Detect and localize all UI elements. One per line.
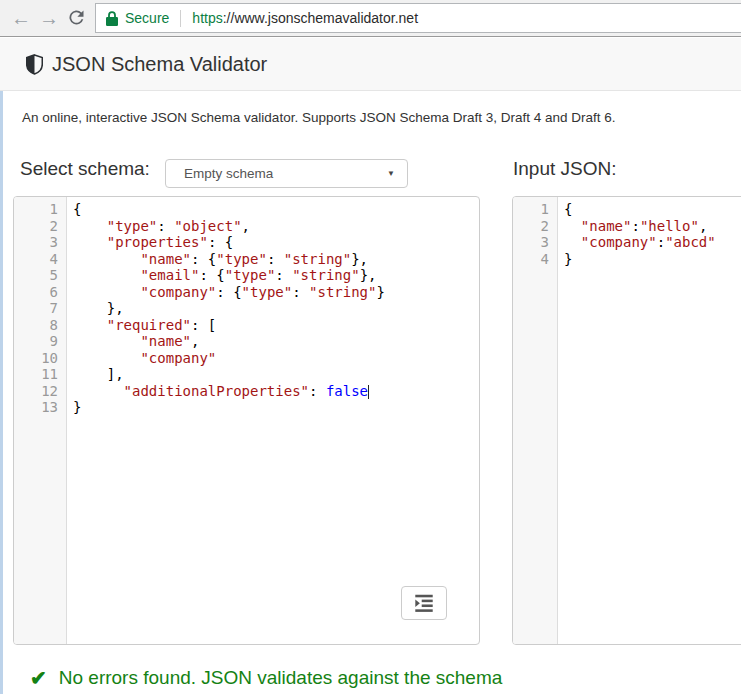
address-bar[interactable]: Secure https://www.jsonschemavalidator.n…: [95, 3, 741, 33]
url-text[interactable]: https://www.jsonschemavalidator.net: [192, 10, 418, 26]
code-text: "name":"hello",: [558, 218, 707, 235]
line-number: 11: [14, 366, 67, 383]
code-line: 1{: [14, 201, 479, 218]
code-text: "company": {"type": "string"}: [67, 284, 385, 301]
line-number: 3: [513, 234, 558, 251]
input-editor-code: 1{2 "name":"hello",3 "company":"abcd"4}: [513, 197, 741, 267]
schema-editor[interactable]: 1{2 "type": "object",3 "properties": {4 …: [13, 196, 480, 645]
line-number: 9: [14, 333, 67, 350]
line-number: 8: [14, 317, 67, 334]
line-number: 7: [14, 300, 67, 317]
code-text: "type": "object",: [67, 218, 250, 235]
line-number: 10: [14, 350, 67, 367]
validation-result: ✔ No errors found. JSON validates agains…: [30, 666, 502, 690]
line-number: 3: [14, 234, 67, 251]
lock-icon: [106, 11, 118, 26]
code-line: 2 "name":"hello",: [513, 218, 741, 235]
schema-editor-code: 1{2 "type": "object",3 "properties": {4 …: [14, 197, 479, 416]
input-json-editor[interactable]: 1{2 "name":"hello",3 "company":"abcd"4}: [512, 196, 741, 645]
line-number: 2: [14, 218, 67, 235]
code-text: "additionalProperties": false: [67, 383, 369, 400]
code-line: 4 "name": {"type": "string"},: [14, 251, 479, 268]
line-number: 4: [14, 251, 67, 268]
code-text: "properties": {: [67, 234, 233, 251]
refresh-icon[interactable]: [64, 7, 88, 31]
code-text: "company":"abcd": [558, 234, 716, 251]
code-text: "required": [: [67, 317, 216, 334]
forward-icon[interactable]: →: [36, 4, 62, 32]
code-text: },: [67, 300, 124, 317]
line-number: 12: [14, 383, 67, 400]
code-text: "name": {"type": "string"},: [67, 251, 368, 268]
code-line: 11 ],: [14, 366, 479, 383]
window-edge-highlight: [0, 38, 3, 694]
page-content: JSON Schema Validator An online, interac…: [0, 38, 741, 694]
indent-icon: [413, 592, 435, 614]
shield-logo-icon: [26, 54, 43, 75]
input-json-label: Input JSON:: [513, 158, 617, 180]
code-line: 10 "company": [14, 350, 479, 367]
line-number: 6: [14, 284, 67, 301]
code-line: 12 "additionalProperties": false: [14, 383, 479, 400]
code-line: 1{: [513, 201, 741, 218]
line-number: 13: [14, 399, 67, 416]
code-line: 2 "type": "object",: [14, 218, 479, 235]
code-line: 3 "company":"abcd": [513, 234, 741, 251]
code-text: {: [67, 201, 81, 218]
code-text: "name",: [67, 333, 199, 350]
browser-toolbar: ← → Secure https://www.jsonschemavalidat…: [0, 0, 741, 37]
security-label: Secure: [125, 10, 169, 26]
code-line: 4}: [513, 251, 741, 268]
chevron-down-icon: ▼: [387, 169, 395, 178]
security-chip[interactable]: Secure: [96, 10, 169, 26]
code-line: 9 "name",: [14, 333, 479, 350]
code-text: "email": {"type": "string"},: [67, 267, 376, 284]
check-icon: ✔: [30, 666, 47, 690]
line-number: 4: [513, 251, 558, 268]
line-number: 5: [14, 267, 67, 284]
refresh-icon-glyph: [66, 7, 87, 28]
validation-message: No errors found. JSON validates against …: [59, 667, 503, 689]
code-line: 7 },: [14, 300, 479, 317]
code-text: }: [67, 399, 81, 416]
line-number: 1: [513, 201, 558, 218]
code-line: 13}: [14, 399, 479, 416]
url-rest: ://www.jsonschemavalidator.net: [223, 10, 418, 26]
address-separator: [180, 10, 181, 27]
code-text: }: [558, 251, 572, 268]
back-icon[interactable]: ←: [8, 4, 34, 32]
code-line: 5 "email": {"type": "string"},: [14, 267, 479, 284]
page-title: JSON Schema Validator: [52, 53, 267, 76]
line-number: 2: [513, 218, 558, 235]
code-text: {: [558, 201, 572, 218]
site-header: JSON Schema Validator: [0, 38, 741, 91]
text-cursor: [368, 385, 369, 399]
code-line: 3 "properties": {: [14, 234, 479, 251]
schema-dropdown[interactable]: Empty schema ▼: [165, 159, 408, 188]
select-schema-label: Select schema:: [20, 158, 150, 180]
code-text: ],: [67, 366, 124, 383]
url-scheme: https: [192, 10, 222, 26]
intro-text: An online, interactive JSON Schema valid…: [22, 110, 616, 125]
code-text: "company": [67, 350, 216, 367]
schema-dropdown-value: Empty schema: [184, 166, 387, 181]
format-json-button[interactable]: [401, 586, 447, 620]
code-line: 6 "company": {"type": "string"}: [14, 284, 479, 301]
code-line: 8 "required": [: [14, 317, 479, 334]
line-number: 1: [14, 201, 67, 218]
